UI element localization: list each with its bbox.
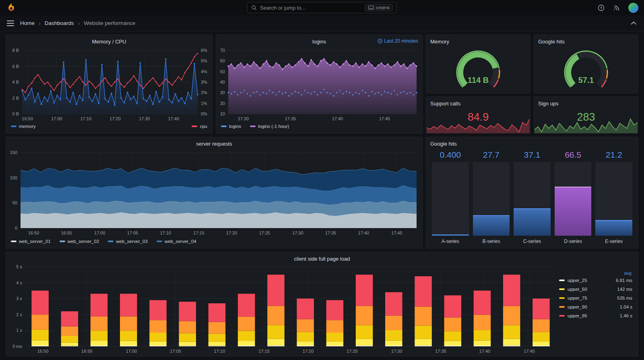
svg-text:17:30: 17:30 — [391, 349, 402, 354]
legend-label: upper_95 — [568, 313, 587, 318]
legend-item-upper_90[interactable]: upper_901.04 s — [559, 304, 632, 309]
svg-text:20: 20 — [220, 101, 225, 106]
panel-title-google-hits-gauge[interactable]: Google hits — [534, 35, 638, 45]
panel-title-support-calls[interactable]: Support calls — [426, 97, 530, 107]
legend-label: web_server_01 — [19, 239, 51, 244]
legend-item-upper_50[interactable]: upper_50142 ms — [559, 287, 632, 292]
bar-gauge-c-series[interactable]: 37.1C-series — [514, 148, 551, 245]
bar-fill — [514, 208, 551, 236]
legend-item-upper_25[interactable]: upper_256.81 ms — [559, 278, 632, 283]
svg-text:57.1: 57.1 — [578, 76, 594, 84]
menu-toggle-icon[interactable] — [6, 19, 15, 28]
bar-value: 21.2 — [606, 148, 622, 161]
page-load-chart[interactable]: 0 ms1 s2 s3 s4 s5 s16:5016:5517:0017:051… — [6, 263, 559, 356]
svg-text:17:10: 17:10 — [80, 116, 92, 121]
svg-text:17:35: 17:35 — [325, 230, 336, 235]
svg-text:?: ? — [600, 6, 602, 10]
bar-fill — [595, 220, 632, 236]
legend-item-upper_75[interactable]: upper_75535 ms — [559, 296, 632, 300]
google-hits-bar-gauge[interactable]: 0.400A-series27.7B-series37.1C-series66.… — [426, 148, 638, 248]
page-load-legend: avg upper_256.81 msupper_50142 msupper_7… — [559, 263, 638, 356]
legend-item-logins-1-hour[interactable]: logins (-1 hour) — [250, 124, 289, 129]
panel-title-page-load[interactable]: client side full page load — [6, 252, 638, 263]
svg-text:50: 50 — [220, 69, 225, 74]
panel-title-memory-gauge[interactable]: Memory — [426, 35, 530, 45]
svg-text:4 s: 4 s — [16, 280, 22, 285]
legend-label: cpu — [200, 124, 207, 129]
shortcut-label: cmd+k — [376, 5, 390, 10]
svg-text:17:00: 17:00 — [94, 230, 105, 235]
bar-value: 27.7 — [483, 148, 500, 161]
panel-support-calls: Support calls 84.9 — [426, 97, 530, 134]
svg-text:17:15: 17:15 — [258, 349, 270, 354]
support-calls-value: 84.9 — [426, 111, 530, 123]
legend-item-memory[interactable]: memory — [11, 124, 36, 129]
panel-server-requests: server requests 05010015016:5016:5517:00… — [6, 137, 423, 249]
svg-text:16:50: 16:50 — [37, 349, 49, 354]
panel-title-memory-cpu[interactable]: Memory / CPU — [6, 35, 212, 45]
svg-text:17:25: 17:25 — [347, 349, 358, 354]
help-icon[interactable]: ? — [596, 3, 606, 12]
bar-gauge-e-series[interactable]: 21.2E-series — [595, 148, 632, 245]
legend-swatch — [221, 125, 227, 127]
bar-gauge-b-series[interactable]: 27.7B-series — [473, 148, 510, 245]
page-load-body: 0 ms1 s2 s3 s4 s5 s16:5016:5517:0017:051… — [6, 263, 638, 356]
svg-text:4%: 4% — [201, 69, 207, 74]
panel-title-google-hits-bars[interactable]: Google hits — [426, 137, 638, 148]
svg-text:5 s: 5 s — [16, 264, 22, 269]
search-placeholder: Search or jump to... — [260, 5, 305, 11]
bar-track — [514, 162, 551, 236]
svg-text:0 B: 0 B — [12, 111, 19, 116]
svg-text:16:55: 16:55 — [61, 230, 72, 235]
svg-text:0: 0 — [15, 226, 17, 230]
bar-gauge-a-series[interactable]: 0.400A-series — [432, 148, 469, 245]
logins-chart[interactable]: 1020304050607017:3017:3517:4017:45 — [216, 45, 422, 123]
bar-label: D-series — [564, 239, 582, 245]
legend-item-upper_95[interactable]: upper_951.46 s — [559, 313, 632, 318]
legend-item-cpu[interactable]: cpu — [192, 124, 207, 129]
panel-title-server-requests[interactable]: server requests — [6, 137, 422, 148]
panel-title: server requests — [196, 141, 232, 147]
svg-text:114 B: 114 B — [468, 76, 489, 84]
svg-text:17:15: 17:15 — [193, 230, 204, 235]
svg-text:17:45: 17:45 — [524, 349, 535, 354]
top-nav-bar: Search or jump to... cmd+k ? — [0, 0, 644, 15]
panel-page-load: client side full page load 0 ms1 s2 s3 s… — [6, 252, 638, 356]
grafana-logo[interactable] — [6, 2, 17, 13]
legend-item-web-server-02[interactable]: web_server_02 — [60, 239, 99, 244]
bar-fill — [473, 215, 510, 236]
legend-swatch — [559, 297, 565, 299]
support-calls-body[interactable]: 84.9 — [426, 107, 530, 133]
breadcrumb: Home › Dashboards › Website performance — [20, 20, 135, 27]
legend-swatch — [559, 288, 565, 290]
bar-gauge-d-series[interactable]: 66.5D-series — [555, 148, 592, 245]
legend-item-web-server-04[interactable]: web_server_04 — [157, 239, 196, 244]
breadcrumb-dashboards[interactable]: Dashboards — [45, 20, 74, 26]
legend-swatch — [157, 241, 162, 242]
legend-item-web-server-03[interactable]: web_server_03 — [108, 239, 148, 244]
svg-text:50: 50 — [12, 200, 17, 205]
breadcrumb-home[interactable]: Home — [20, 20, 35, 26]
svg-text:17:30: 17:30 — [139, 116, 150, 121]
server-requests-chart[interactable]: 05010015016:5016:5517:0017:0517:1017:151… — [6, 148, 422, 238]
user-avatar[interactable] — [628, 3, 638, 13]
legend-swatch — [11, 125, 17, 127]
svg-text:1 s: 1 s — [16, 328, 22, 333]
legend-item-web-server-01[interactable]: web_server_01 — [11, 239, 51, 244]
search-input[interactable]: Search or jump to... cmd+k — [247, 2, 397, 13]
svg-text:16:50: 16:50 — [22, 116, 33, 121]
legend-item-logins[interactable]: logins — [221, 124, 241, 129]
panel-title-sign-ups[interactable]: Sign ups — [534, 97, 638, 107]
svg-text:3 s: 3 s — [16, 296, 22, 301]
sign-ups-body[interactable]: 283 — [534, 107, 638, 133]
chevron-up-icon[interactable] — [629, 19, 638, 28]
panel-google-hits-gauge: Google hits 57.1 — [534, 35, 638, 93]
svg-text:17:40: 17:40 — [358, 230, 369, 235]
svg-text:17:40: 17:40 — [332, 116, 343, 121]
news-feed-icon[interactable] — [612, 3, 622, 12]
memory-cpu-chart[interactable]: 0 B2 B4 B6 B8 B0%1%2%3%4%5%6%16:5017:001… — [6, 45, 212, 123]
bar-value: 37.1 — [524, 148, 541, 161]
server-requests-legend: web_server_01web_server_02web_server_03w… — [6, 238, 422, 248]
panel-title: client side full page load — [294, 256, 350, 262]
time-override-label: Last 20 minutes — [384, 38, 418, 44]
